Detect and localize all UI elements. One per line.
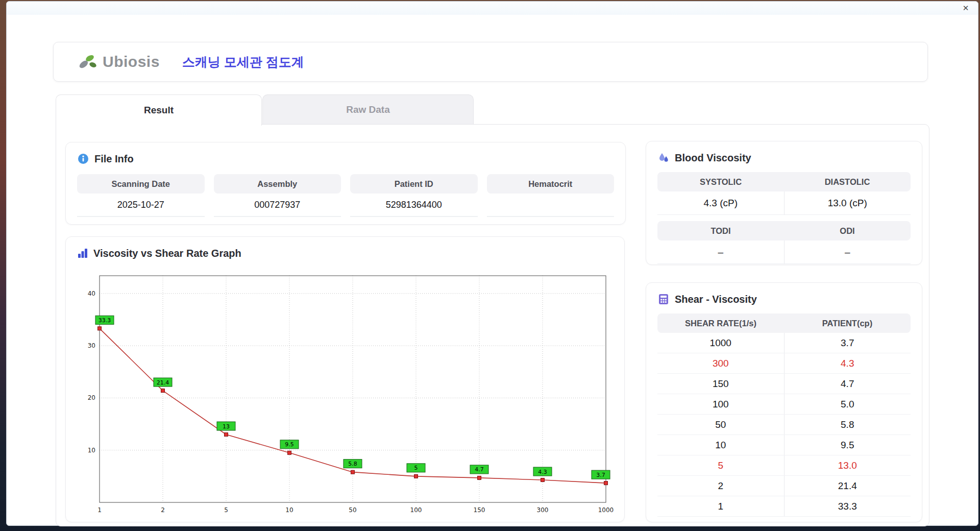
patient-cp-cell: 33.3 xyxy=(785,496,911,516)
svg-text:100: 100 xyxy=(410,506,422,514)
bv-header-row: TODIODI xyxy=(657,221,911,240)
bv-header-systolic: SYSTOLIC xyxy=(657,172,784,191)
shear-rate-cell: 50 xyxy=(657,415,785,435)
bv-header-diastolic: DIASTOLIC xyxy=(784,172,911,191)
tab-bar: ResultRaw Data xyxy=(56,94,474,126)
svg-text:13: 13 xyxy=(223,423,230,430)
shear-rate-cell: 100 xyxy=(657,394,785,414)
blood-viscosity-card: Blood Viscosity SYSTOLICDIASTOLIC4.3 (cP… xyxy=(646,141,922,265)
svg-text:1000: 1000 xyxy=(598,506,614,514)
svg-text:30: 30 xyxy=(88,342,95,349)
patient-cp-cell: 5.0 xyxy=(785,394,911,414)
blood-viscosity-title: Blood Viscosity xyxy=(675,152,751,164)
shear-rate-cell: 150 xyxy=(657,374,785,394)
info-icon xyxy=(77,153,89,165)
svg-text:20: 20 xyxy=(88,394,95,401)
svg-text:10: 10 xyxy=(88,447,95,454)
calculator-icon xyxy=(657,293,670,305)
bv-value-todi: – xyxy=(657,240,785,264)
shear-viscosity-title-row: Shear - Viscosity xyxy=(657,292,911,306)
shear-col-shear-rate-1-s: SHEAR RATE(1/s) xyxy=(657,313,784,333)
bv-value-diastolic: 13.0 (cP) xyxy=(785,191,911,215)
svg-text:9.5: 9.5 xyxy=(285,441,294,448)
svg-text:5: 5 xyxy=(224,506,228,514)
tab-raw-data[interactable]: Raw Data xyxy=(262,94,474,124)
shear-rate-cell: 1000 xyxy=(657,333,785,353)
shear-rate-cell: 5 xyxy=(657,455,785,475)
blood-viscosity-title-row: Blood Viscosity xyxy=(657,151,911,165)
svg-text:300: 300 xyxy=(537,506,549,514)
shear-rate-cell: 2 xyxy=(657,476,785,496)
close-icon[interactable]: ✕ xyxy=(961,3,971,13)
shear-table-row: 1005.0 xyxy=(657,394,911,415)
field-label: Patient ID xyxy=(350,174,478,194)
shear-rate-cell: 10 xyxy=(657,435,785,455)
bv-value-odi: – xyxy=(785,240,911,264)
bv-header-odi: ODI xyxy=(784,221,911,240)
file-info-field-assembly: Assembly000727937 xyxy=(214,174,341,217)
bv-header-todi: TODI xyxy=(657,221,784,240)
tab-result[interactable]: Result xyxy=(56,94,262,126)
bv-value-systolic: 4.3 (cP) xyxy=(657,191,785,215)
shear-viscosity-card: Shear - Viscosity SHEAR RATE(1/s)PATIENT… xyxy=(646,282,922,522)
svg-text:2: 2 xyxy=(161,506,165,514)
file-info-field-scanning-date: Scanning Date2025-10-27 xyxy=(77,174,205,217)
content-panel: File Info Scanning Date2025-10-27Assembl… xyxy=(56,124,929,526)
patient-cp-cell: 3.7 xyxy=(785,333,911,353)
droplets-icon xyxy=(657,152,670,164)
svg-text:50: 50 xyxy=(349,506,356,514)
svg-text:21.4: 21.4 xyxy=(157,379,169,386)
shear-table-row: 505.8 xyxy=(657,415,911,435)
shear-viscosity-table: SHEAR RATE(1/s)PATIENT(cp)10003.73004.31… xyxy=(657,313,911,517)
field-value: 2025-10-27 xyxy=(77,194,205,217)
blood-viscosity-grid: SYSTOLICDIASTOLIC4.3 (cP)13.0 (cP)TODIOD… xyxy=(657,172,911,264)
graph-title: Viscosity vs Shear Rate Graph xyxy=(93,248,241,259)
leaf-icon xyxy=(77,53,101,71)
shear-viscosity-title: Shear - Viscosity xyxy=(675,294,757,305)
patient-cp-cell: 9.5 xyxy=(785,435,911,455)
viscosity-chart-svg: 102030401251050100150300100033.321.4139.… xyxy=(70,272,616,523)
page-title: 스캐닝 모세관 점도계 xyxy=(182,54,304,70)
shear-table-row: 1504.7 xyxy=(657,374,911,394)
graph-title-row: Viscosity vs Shear Rate Graph xyxy=(77,246,613,260)
file-info-field-patient-id: Patient ID52981364400 xyxy=(350,174,478,217)
file-info-field-hematocrit: Hematocrit xyxy=(487,174,615,217)
shear-table-row: 133.3 xyxy=(657,496,911,517)
file-info-fields: Scanning Date2025-10-27Assembly000727937… xyxy=(77,174,614,217)
app-header: Ubiosis 스캐닝 모세관 점도계 xyxy=(53,42,928,82)
field-label: Assembly xyxy=(214,174,341,194)
svg-text:33.3: 33.3 xyxy=(99,317,111,324)
patient-cp-cell: 5.8 xyxy=(785,415,911,435)
app-window: ✕ Ubiosis 스캐닝 모세관 점도계 ResultRaw Data Fil… xyxy=(6,1,978,526)
svg-text:10: 10 xyxy=(285,506,293,514)
svg-text:5.8: 5.8 xyxy=(348,461,357,467)
bv-header-row: SYSTOLICDIASTOLIC xyxy=(657,172,911,191)
field-value: 000727937 xyxy=(214,194,341,217)
patient-cp-cell: 4.7 xyxy=(785,374,911,394)
file-info-title: File Info xyxy=(94,153,134,165)
field-value: 52981364400 xyxy=(350,194,478,217)
svg-text:40: 40 xyxy=(88,290,95,297)
shear-table-row: 3004.3 xyxy=(657,353,911,374)
shear-table-row: 221.4 xyxy=(657,476,911,496)
ubiosis-logo: Ubiosis xyxy=(77,53,160,71)
patient-cp-cell: 21.4 xyxy=(785,476,911,496)
file-info-card: File Info Scanning Date2025-10-27Assembl… xyxy=(65,142,626,225)
bv-value-row: –– xyxy=(657,240,911,264)
shear-table-row: 513.0 xyxy=(657,455,911,476)
shear-table-row: 109.5 xyxy=(657,435,911,455)
viscosity-chart: 102030401251050100150300100033.321.4139.… xyxy=(70,272,616,525)
svg-text:5: 5 xyxy=(414,465,418,471)
field-label: Hematocrit xyxy=(487,174,615,194)
window-titlebar: ✕ xyxy=(7,2,978,15)
svg-text:3.7: 3.7 xyxy=(596,472,605,478)
shear-col-patient-cp: PATIENT(cp) xyxy=(784,313,911,333)
field-value xyxy=(487,194,615,217)
patient-cp-cell: 4.3 xyxy=(785,353,911,373)
shear-table-row: 10003.7 xyxy=(657,333,911,353)
logo-text: Ubiosis xyxy=(103,53,160,70)
shear-rate-cell: 1 xyxy=(657,496,785,516)
svg-text:150: 150 xyxy=(474,506,485,514)
shear-rate-cell: 300 xyxy=(657,353,785,373)
bv-value-row: 4.3 (cP)13.0 (cP) xyxy=(657,191,911,215)
